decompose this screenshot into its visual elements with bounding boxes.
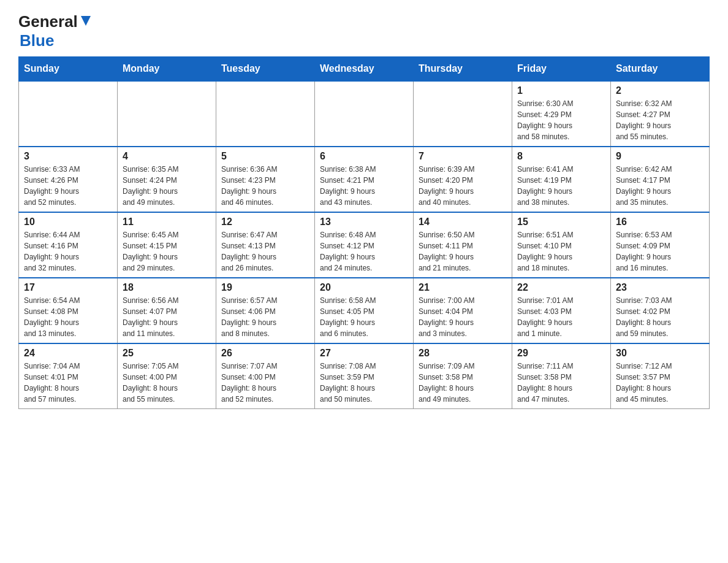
day-number: 6 <box>320 151 408 162</box>
calendar-cell: 7Sunrise: 6:39 AM Sunset: 4:20 PM Daylig… <box>414 147 512 212</box>
day-info: Sunrise: 7:07 AM Sunset: 4:00 PM Dayligh… <box>221 361 309 405</box>
day-of-week-header: Monday <box>118 57 216 82</box>
calendar-cell: 25Sunrise: 7:05 AM Sunset: 4:00 PM Dayli… <box>118 343 216 409</box>
day-info: Sunrise: 7:09 AM Sunset: 3:58 PM Dayligh… <box>419 361 507 405</box>
day-number: 27 <box>320 348 408 359</box>
day-of-week-header: Wednesday <box>315 57 414 82</box>
calendar-cell: 23Sunrise: 7:03 AM Sunset: 4:02 PM Dayli… <box>611 278 710 343</box>
day-number: 12 <box>221 216 309 228</box>
day-info: Sunrise: 6:39 AM Sunset: 4:20 PM Dayligh… <box>419 164 507 208</box>
calendar-cell: 13Sunrise: 6:48 AM Sunset: 4:12 PM Dayli… <box>315 212 414 278</box>
day-of-week-header: Thursday <box>414 57 512 82</box>
day-info: Sunrise: 7:04 AM Sunset: 4:01 PM Dayligh… <box>24 361 112 405</box>
day-number: 23 <box>616 282 704 293</box>
logo: General Blue <box>18 12 92 50</box>
page-header: General Blue <box>18 12 710 50</box>
week-row: 3Sunrise: 6:33 AM Sunset: 4:26 PM Daylig… <box>19 147 710 212</box>
calendar-cell: 14Sunrise: 6:50 AM Sunset: 4:11 PM Dayli… <box>414 212 512 278</box>
logo-triangle-icon <box>80 15 92 27</box>
calendar-cell: 29Sunrise: 7:11 AM Sunset: 3:58 PM Dayli… <box>512 343 611 409</box>
calendar-cell: 1Sunrise: 6:30 AM Sunset: 4:29 PM Daylig… <box>512 81 611 147</box>
calendar-cell: 19Sunrise: 6:57 AM Sunset: 4:06 PM Dayli… <box>216 278 315 343</box>
day-of-week-header: Friday <box>512 57 611 82</box>
calendar-cell: 12Sunrise: 6:47 AM Sunset: 4:13 PM Dayli… <box>216 212 315 278</box>
day-info: Sunrise: 7:03 AM Sunset: 4:02 PM Dayligh… <box>616 295 704 339</box>
day-number: 8 <box>517 151 605 162</box>
calendar-cell: 9Sunrise: 6:42 AM Sunset: 4:17 PM Daylig… <box>611 147 710 212</box>
day-info: Sunrise: 6:36 AM Sunset: 4:23 PM Dayligh… <box>221 164 309 208</box>
calendar-cell: 24Sunrise: 7:04 AM Sunset: 4:01 PM Dayli… <box>19 343 118 409</box>
day-info: Sunrise: 7:00 AM Sunset: 4:04 PM Dayligh… <box>419 295 507 339</box>
calendar-cell: 20Sunrise: 6:58 AM Sunset: 4:05 PM Dayli… <box>315 278 414 343</box>
calendar-cell: 17Sunrise: 6:54 AM Sunset: 4:08 PM Dayli… <box>19 278 118 343</box>
calendar-cell: 11Sunrise: 6:45 AM Sunset: 4:15 PM Dayli… <box>118 212 216 278</box>
day-number: 17 <box>24 282 112 293</box>
calendar-cell: 8Sunrise: 6:41 AM Sunset: 4:19 PM Daylig… <box>512 147 611 212</box>
day-info: Sunrise: 6:30 AM Sunset: 4:29 PM Dayligh… <box>517 98 605 142</box>
day-number: 30 <box>616 348 704 359</box>
day-number: 1 <box>517 85 605 96</box>
day-number: 19 <box>221 282 309 293</box>
svg-marker-0 <box>81 16 91 26</box>
day-info: Sunrise: 6:54 AM Sunset: 4:08 PM Dayligh… <box>24 295 112 339</box>
calendar-header: SundayMondayTuesdayWednesdayThursdayFrid… <box>19 57 710 82</box>
day-info: Sunrise: 7:11 AM Sunset: 3:58 PM Dayligh… <box>517 361 605 405</box>
week-row: 17Sunrise: 6:54 AM Sunset: 4:08 PM Dayli… <box>19 278 710 343</box>
logo-general-text: General <box>18 12 78 31</box>
day-of-week-header: Tuesday <box>216 57 315 82</box>
day-info: Sunrise: 7:12 AM Sunset: 3:57 PM Dayligh… <box>616 361 704 405</box>
calendar-cell <box>19 81 118 147</box>
day-number: 9 <box>616 151 704 162</box>
calendar-cell: 5Sunrise: 6:36 AM Sunset: 4:23 PM Daylig… <box>216 147 315 212</box>
day-info: Sunrise: 6:41 AM Sunset: 4:19 PM Dayligh… <box>517 164 605 208</box>
day-info: Sunrise: 7:08 AM Sunset: 3:59 PM Dayligh… <box>320 361 408 405</box>
logo-blue-text: Blue <box>20 31 54 50</box>
calendar-cell: 6Sunrise: 6:38 AM Sunset: 4:21 PM Daylig… <box>315 147 414 212</box>
day-number: 20 <box>320 282 408 293</box>
calendar-cell: 18Sunrise: 6:56 AM Sunset: 4:07 PM Dayli… <box>118 278 216 343</box>
week-row: 1Sunrise: 6:30 AM Sunset: 4:29 PM Daylig… <box>19 81 710 147</box>
day-info: Sunrise: 6:51 AM Sunset: 4:10 PM Dayligh… <box>517 229 605 274</box>
week-row: 24Sunrise: 7:04 AM Sunset: 4:01 PM Dayli… <box>19 343 710 409</box>
day-number: 18 <box>123 282 211 293</box>
day-number: 29 <box>517 348 605 359</box>
day-info: Sunrise: 6:45 AM Sunset: 4:15 PM Dayligh… <box>123 229 211 274</box>
calendar-cell: 2Sunrise: 6:32 AM Sunset: 4:27 PM Daylig… <box>611 81 710 147</box>
day-number: 3 <box>24 151 112 162</box>
calendar-cell: 16Sunrise: 6:53 AM Sunset: 4:09 PM Dayli… <box>611 212 710 278</box>
day-info: Sunrise: 6:58 AM Sunset: 4:05 PM Dayligh… <box>320 295 408 339</box>
day-info: Sunrise: 6:47 AM Sunset: 4:13 PM Dayligh… <box>221 229 309 274</box>
day-number: 7 <box>419 151 507 162</box>
day-number: 11 <box>123 216 211 228</box>
day-info: Sunrise: 6:35 AM Sunset: 4:24 PM Dayligh… <box>123 164 211 208</box>
calendar-cell: 15Sunrise: 6:51 AM Sunset: 4:10 PM Dayli… <box>512 212 611 278</box>
calendar-table: SundayMondayTuesdayWednesdayThursdayFrid… <box>18 56 710 409</box>
day-number: 16 <box>616 216 704 228</box>
day-number: 2 <box>616 85 704 96</box>
calendar-body: 1Sunrise: 6:30 AM Sunset: 4:29 PM Daylig… <box>19 81 710 409</box>
day-number: 22 <box>517 282 605 293</box>
day-info: Sunrise: 6:56 AM Sunset: 4:07 PM Dayligh… <box>123 295 211 339</box>
calendar-cell: 4Sunrise: 6:35 AM Sunset: 4:24 PM Daylig… <box>118 147 216 212</box>
calendar-cell <box>216 81 315 147</box>
calendar-cell: 28Sunrise: 7:09 AM Sunset: 3:58 PM Dayli… <box>414 343 512 409</box>
day-number: 14 <box>419 216 507 228</box>
calendar-cell <box>414 81 512 147</box>
calendar-cell: 26Sunrise: 7:07 AM Sunset: 4:00 PM Dayli… <box>216 343 315 409</box>
calendar-cell: 27Sunrise: 7:08 AM Sunset: 3:59 PM Dayli… <box>315 343 414 409</box>
day-info: Sunrise: 7:05 AM Sunset: 4:00 PM Dayligh… <box>123 361 211 405</box>
day-number: 13 <box>320 216 408 228</box>
day-number: 28 <box>419 348 507 359</box>
calendar-cell: 3Sunrise: 6:33 AM Sunset: 4:26 PM Daylig… <box>19 147 118 212</box>
calendar-cell: 30Sunrise: 7:12 AM Sunset: 3:57 PM Dayli… <box>611 343 710 409</box>
day-info: Sunrise: 7:01 AM Sunset: 4:03 PM Dayligh… <box>517 295 605 339</box>
day-info: Sunrise: 6:33 AM Sunset: 4:26 PM Dayligh… <box>24 164 112 208</box>
day-number: 15 <box>517 216 605 228</box>
day-info: Sunrise: 6:38 AM Sunset: 4:21 PM Dayligh… <box>320 164 408 208</box>
day-of-week-header: Sunday <box>19 57 118 82</box>
day-info: Sunrise: 6:32 AM Sunset: 4:27 PM Dayligh… <box>616 98 704 142</box>
day-info: Sunrise: 6:42 AM Sunset: 4:17 PM Dayligh… <box>616 164 704 208</box>
calendar-cell: 22Sunrise: 7:01 AM Sunset: 4:03 PM Dayli… <box>512 278 611 343</box>
day-number: 24 <box>24 348 112 359</box>
day-number: 21 <box>419 282 507 293</box>
